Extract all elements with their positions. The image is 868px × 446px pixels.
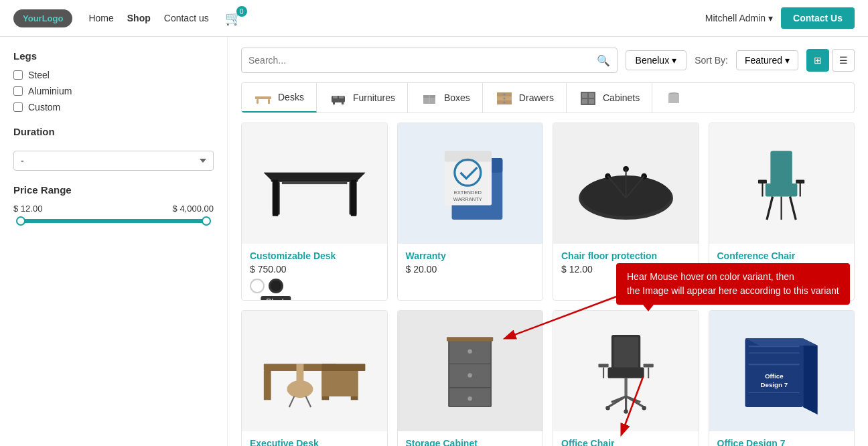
- product-card-1[interactable]: EXTENDED WARRANTY Warranty $ 20.00: [397, 123, 544, 301]
- price-range-thumb-min[interactable]: [16, 216, 25, 226]
- svg-rect-4: [333, 96, 338, 98]
- admin-menu-button[interactable]: Mitchell Admin ▾: [705, 13, 773, 23]
- price-title: Price Range: [13, 184, 214, 196]
- mat-image: [568, 135, 684, 232]
- list-icon: ☰: [839, 55, 848, 66]
- svg-rect-55: [758, 180, 767, 183]
- contact-us-button[interactable]: Contact Us: [781, 7, 855, 29]
- view-toggle: ⊞ ☰: [806, 49, 855, 72]
- price-range-section: Price Range $ 12.00 $ 4,000.00: [13, 184, 214, 223]
- product-img-3: [709, 123, 855, 244]
- cart-icon[interactable]: 🛒 0: [225, 10, 242, 26]
- svg-rect-81: [643, 364, 653, 367]
- region-chevron-icon: ▾: [672, 55, 676, 66]
- product-img-7: Office Design 7: [709, 311, 855, 431]
- svg-point-16: [503, 98, 505, 100]
- swatch-white[interactable]: [250, 279, 265, 293]
- svg-rect-64: [321, 371, 358, 396]
- duration-section: Duration -: [13, 126, 214, 171]
- svg-rect-63: [263, 371, 271, 400]
- legs-checkbox-aluminium[interactable]: [13, 86, 23, 96]
- product-name-6: Office Chair: [561, 438, 691, 446]
- product-img-2: [553, 123, 699, 244]
- warranty-image: EXTENDED WARRANTY: [412, 135, 528, 232]
- cat-tab-more[interactable]: [652, 83, 695, 113]
- product-name-2: Chair floor protection: [561, 250, 691, 261]
- svg-rect-51: [766, 183, 798, 196]
- svg-rect-96: [749, 346, 800, 347]
- legs-option-steel[interactable]: Steel: [13, 70, 214, 80]
- grid-icon: ⊞: [814, 55, 822, 66]
- product-img-5: [398, 311, 543, 431]
- svg-rect-6: [333, 102, 335, 104]
- content-area: 🔍 Benelux ▾ Sort By: Featured ▾ ⊞ ☰: [228, 37, 868, 446]
- cat-label-drawers: Drawers: [519, 92, 554, 103]
- cat-tab-boxes[interactable]: Boxes: [408, 83, 483, 113]
- product-name-4: Executive Desk: [250, 438, 379, 446]
- product-info-1: Warranty $ 20.00: [398, 244, 543, 281]
- product-card-4[interactable]: Executive Desk $ 1,200.00: [241, 310, 388, 446]
- legs-option-custom[interactable]: Custom: [13, 102, 214, 113]
- logo[interactable]: YourLogo: [13, 9, 72, 27]
- topbar-left: YourLogo Home Shop Contact us 🛒 0: [13, 9, 242, 27]
- search-icon: 🔍: [597, 54, 610, 67]
- svg-line-53: [790, 196, 796, 220]
- svg-point-74: [468, 373, 472, 377]
- sort-select-button[interactable]: Featured ▾: [736, 50, 798, 70]
- svg-text:Office: Office: [765, 372, 784, 380]
- annotation-text: Hear Mouse hover on color variant, thent…: [627, 271, 839, 296]
- search-box[interactable]: 🔍: [241, 48, 618, 73]
- legs-checkbox-steel[interactable]: [13, 70, 23, 80]
- grid-view-button[interactable]: ⊞: [806, 49, 829, 72]
- cat-label-boxes: Boxes: [444, 92, 470, 103]
- product-card-6[interactable]: Office Chair $ 180.00: [553, 310, 699, 446]
- svg-rect-20: [589, 93, 594, 98]
- svg-point-90: [605, 406, 609, 410]
- svg-marker-32: [263, 173, 365, 180]
- svg-rect-33: [272, 180, 278, 216]
- cat-label-desks: Desks: [278, 92, 304, 102]
- list-view-button[interactable]: ☰: [832, 49, 855, 72]
- search-row: 🔍 Benelux ▾ Sort By: Featured ▾ ⊞ ☰: [241, 48, 855, 73]
- price-range-thumb-max[interactable]: [202, 216, 211, 226]
- svg-point-92: [624, 409, 628, 413]
- furnitures-icon: [329, 90, 348, 105]
- search-input[interactable]: [248, 55, 597, 66]
- swatch-black[interactable]: [269, 279, 283, 293]
- product-card-5[interactable]: Storage Cabinet $ 450.00: [397, 310, 544, 446]
- svg-text:WARRANTY: WARRANTY: [453, 196, 482, 202]
- desks-icon: [254, 90, 273, 104]
- svg-text:EXTENDED: EXTENDED: [454, 190, 482, 196]
- product-info-4: Executive Desk $ 1,200.00: [242, 431, 387, 446]
- product-card-0[interactable]: Customizable Desk $ 750.00 Black: [241, 123, 388, 301]
- legs-checkbox-custom[interactable]: [13, 102, 23, 112]
- admin-chevron-icon: ▾: [768, 13, 773, 23]
- svg-rect-5: [339, 96, 344, 98]
- office-chair-image: [568, 323, 684, 419]
- nav-contact[interactable]: Contact us: [164, 13, 209, 23]
- cat-tab-drawers[interactable]: Drawers: [483, 83, 567, 113]
- svg-rect-19: [582, 93, 587, 98]
- svg-rect-21: [582, 99, 587, 104]
- product-card-7[interactable]: Office Design 7 Office Design 7 $ 99.00: [709, 310, 855, 446]
- cat-tab-cabinets[interactable]: Cabinets: [567, 83, 652, 113]
- cat-tab-furnitures[interactable]: Furnitures: [317, 83, 408, 113]
- svg-rect-97: [749, 364, 800, 365]
- duration-select[interactable]: -: [13, 151, 214, 171]
- cabinet-box-image: [412, 323, 528, 419]
- svg-point-91: [642, 406, 646, 410]
- product-info-5: Storage Cabinet $ 450.00: [398, 431, 543, 446]
- nav-shop[interactable]: Shop: [127, 13, 151, 23]
- region-filter-button[interactable]: Benelux ▾: [626, 50, 687, 70]
- boxes-icon: [420, 90, 439, 105]
- product-name-3: Conference Chair: [717, 250, 847, 261]
- price-range-track[interactable]: [16, 219, 211, 223]
- exec-desk-image: [257, 323, 372, 419]
- svg-rect-0: [255, 96, 271, 99]
- svg-line-52: [767, 196, 773, 220]
- category-tabs: Desks Furnitures Boxes: [241, 82, 855, 113]
- nav-home[interactable]: Home: [88, 13, 113, 23]
- product-img-6: [553, 311, 699, 431]
- legs-option-aluminium[interactable]: Aluminium: [13, 86, 214, 96]
- cat-tab-desks[interactable]: Desks: [242, 83, 317, 113]
